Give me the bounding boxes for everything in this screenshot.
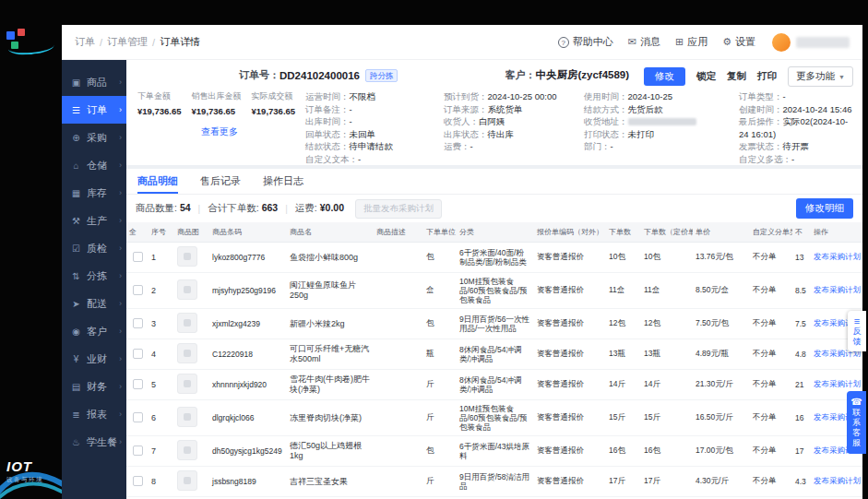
avatar[interactable] (772, 33, 791, 52)
row-checkbox[interactable] (133, 379, 143, 389)
row-checkbox[interactable] (133, 476, 143, 486)
order-stat: 运费:¥0.00 (295, 202, 344, 215)
summary-label: 销售出库金额 (192, 90, 242, 102)
product-image-placeholder (177, 313, 197, 333)
cell-no: 3 (149, 309, 174, 339)
column-header-1: 序号 (149, 222, 174, 243)
help-center-button[interactable]: ?帮助中心 (558, 35, 613, 49)
cell-order-qty: 14斤 (606, 370, 641, 400)
sidebar-item-customer[interactable]: ◉客户› (62, 317, 126, 345)
order-detail-field: 收货地址： (584, 115, 739, 128)
feedback-float[interactable]: ≡ 反馈 (848, 311, 866, 351)
stat-value: ¥0.00 (320, 202, 344, 215)
sidebar-item-report[interactable]: ≣报表› (62, 400, 126, 428)
contact-support-float[interactable]: ☎ 联系客服 (847, 391, 866, 454)
cell-product-name: 闽江鲤鱼原味鱼片250g (287, 273, 374, 309)
cell-order-unit: 包 (423, 436, 457, 467)
field-label: 自定义多选： (739, 154, 791, 164)
publish-purchase-plan-link[interactable]: 发布采购计划 (814, 476, 861, 485)
stat-label: 合计下单数: (208, 202, 258, 215)
cell-select (126, 273, 149, 309)
float-label-char: 服 (847, 438, 866, 448)
tab-item[interactable]: 商品明细 (137, 169, 178, 194)
settings-button[interactable]: ⚙设置 (722, 35, 755, 49)
modify-button[interactable]: 修改 (644, 67, 685, 86)
chevron-right-icon: › (119, 244, 122, 253)
row-checkbox[interactable] (133, 318, 143, 328)
sidebar-item-goods[interactable]: ▣商品› (62, 68, 126, 96)
batch-publish-button[interactable]: 批量发布采购计划 (355, 199, 442, 219)
meal-icon: ♨ (70, 437, 82, 447)
sidebar-item-sorting[interactable]: ⇅分拣› (62, 262, 126, 290)
sidebar-item-qc[interactable]: ☑质检› (62, 234, 126, 262)
cell-select (126, 309, 149, 339)
sidebar-item-production[interactable]: ⚒生产› (62, 207, 126, 234)
order-detail-field: 最后操作：实际02(2024-10-24 16:01) (739, 115, 853, 140)
column-header-5: 商品描述 (374, 222, 423, 243)
messages-button[interactable]: ✉消息 (628, 35, 660, 49)
messages-label: 消息 (640, 35, 660, 49)
order-detail-field: 打印状态：未打印 (584, 128, 739, 141)
sidebar-item-warehouse[interactable]: ⌂仓储› (62, 151, 126, 179)
field-label: 创建时间： (739, 104, 783, 114)
sidebar-item-delivery[interactable]: ➤配送› (62, 290, 126, 317)
sidebar-item-finance[interactable]: ▤财务› (62, 373, 126, 400)
product-image-placeholder (177, 246, 197, 267)
breadcrumb-item[interactable]: 订单管理 (107, 35, 148, 49)
tab-item[interactable]: 售后记录 (200, 169, 241, 194)
summary-label: 下单金额 (137, 90, 182, 102)
breadcrumb-item[interactable]: 订单 (75, 35, 95, 49)
cell-qty-price-unit: 15斤 (641, 400, 693, 436)
sidebar-item-purchase[interactable]: ⊕采购› (62, 124, 126, 151)
cell-qty-price-unit: 17斤 (641, 467, 693, 497)
chevron-right-icon: › (119, 437, 122, 446)
column-header-14: 操作 (811, 222, 862, 243)
production-icon: ⚒ (70, 216, 82, 226)
cell-description (374, 467, 423, 497)
copy-button[interactable]: 复制 (727, 70, 746, 83)
publish-purchase-plan-link[interactable]: 发布采购计划 (814, 379, 861, 388)
column-header-4: 商品名 (287, 222, 374, 243)
chevron-right-icon: › (119, 188, 122, 197)
field-value: 先货后款 (628, 104, 663, 114)
more-actions-button[interactable]: 更多功能 ▼ (788, 66, 853, 87)
row-checkbox[interactable] (133, 412, 143, 422)
lock-button[interactable]: 锁定 (696, 70, 716, 83)
cell-quote-code: 资客普通报价 (534, 370, 606, 400)
cell-select (126, 370, 149, 400)
sidebar-item-meal[interactable]: ♨学生餐› (62, 428, 126, 456)
cell-truncated-price: 16 (792, 400, 811, 436)
publish-purchase-plan-link[interactable]: 发布采购计划 (814, 252, 861, 261)
order-detail-field: 收货人：白阿姨 (444, 115, 584, 128)
field-label: 订单类型： (739, 91, 783, 101)
field-label: 出库状态： (444, 129, 488, 139)
row-checkbox[interactable] (133, 285, 143, 295)
product-image-placeholder (177, 343, 197, 363)
sidebar-item-inventory[interactable]: ▦库存› (62, 179, 126, 207)
row-checkbox[interactable] (133, 446, 143, 456)
print-button[interactable]: 打印 (757, 70, 777, 83)
cell-split-type: 不分单 (750, 370, 792, 400)
sidebar-item-bizfin[interactable]: ¥业财› (62, 345, 126, 373)
publish-purchase-plan-link[interactable]: 发布采购计划 (814, 285, 861, 294)
bell-icon: ✉ (628, 36, 636, 48)
cell-no: 6 (149, 400, 174, 436)
order-detail-field: 运费：- (444, 140, 584, 153)
tab-item[interactable]: 操作日志 (263, 169, 303, 194)
user-menu[interactable] (772, 33, 850, 52)
view-more-link[interactable]: 查看更多 (137, 125, 302, 138)
summary-order-amount: 下单金额 ¥19,736.65 (137, 90, 182, 116)
field-value: - (791, 154, 794, 164)
apps-button[interactable]: ⊞应用 (675, 35, 707, 49)
modify-detail-button[interactable]: 修改明细 (796, 198, 853, 219)
row-checkbox[interactable] (133, 349, 143, 359)
breadcrumb-item[interactable]: 订单详情 (160, 35, 200, 49)
order-amount-summary: 下单金额 ¥19,736.65 销售出库金额 ¥19,736.65 实际成交额 … (136, 90, 302, 165)
float-label-char: 系 (847, 418, 866, 428)
breadcrumb-separator: / (100, 37, 102, 48)
cell-unit-price: 13.76元/包 (693, 243, 750, 273)
summary-value: ¥19,736.65 (137, 106, 182, 116)
order-stats: 商品数量:54|合计下单数:663|运费:¥0.00 (136, 202, 344, 215)
sidebar-item-order[interactable]: ☰订单› (62, 96, 126, 124)
row-checkbox[interactable] (133, 252, 143, 262)
